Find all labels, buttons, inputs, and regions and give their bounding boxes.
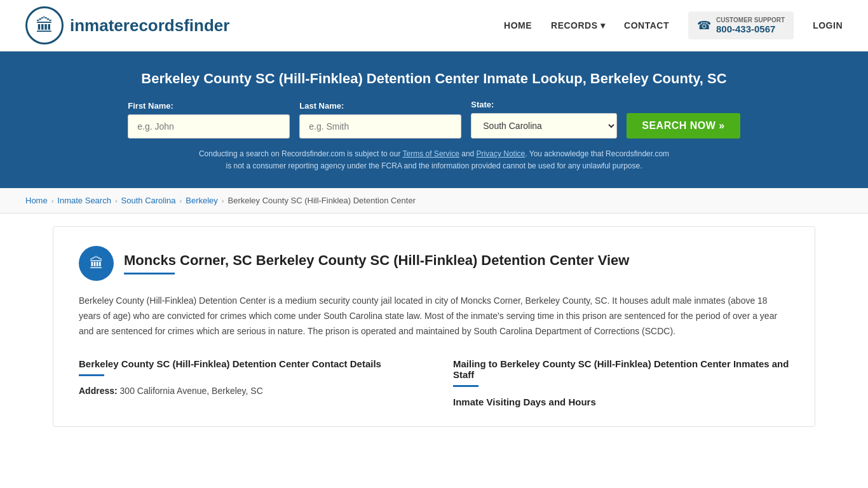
- support-text: CUSTOMER SUPPORT 800-433-0567: [716, 17, 785, 34]
- breadcrumb-current: Berkeley County SC (Hill-Finklea) Detent…: [228, 196, 416, 205]
- breadcrumb-sep-4: ›: [222, 197, 224, 205]
- hero-title: Berkeley County SC (Hill-Finklea) Detent…: [25, 71, 843, 87]
- address-line: Address: 300 California Avenue, Berkeley…: [79, 386, 415, 396]
- facility-description: Berkeley County (Hill-Finklea) Detention…: [79, 294, 789, 339]
- facility-icon: 🏛: [79, 246, 114, 281]
- content-header: 🏛 Moncks Corner, SC Berkeley County SC (…: [79, 246, 789, 281]
- site-header: 🏛 inmaterecordsfinder HOME RECORDS ▾ CON…: [0, 0, 868, 51]
- privacy-link[interactable]: Privacy Notice: [477, 149, 526, 158]
- last-name-group: Last Name:: [299, 101, 461, 139]
- breadcrumb-berkeley[interactable]: Berkeley: [186, 196, 218, 205]
- nav-home[interactable]: HOME: [504, 20, 532, 30]
- address-value: 300 California Avenue, Berkeley, SC: [120, 386, 263, 396]
- main-nav: HOME RECORDS ▾ CONTACT ☎ CUSTOMER SUPPOR…: [504, 11, 843, 39]
- logo-icon-circle: 🏛: [25, 6, 64, 44]
- contact-title: Berkeley County SC (Hill-Finklea) Detent…: [79, 358, 415, 369]
- hero-section: Berkeley County SC (Hill-Finklea) Detent…: [0, 51, 868, 188]
- support-number: 800-433-0567: [716, 24, 785, 34]
- breadcrumb-home[interactable]: Home: [25, 196, 48, 205]
- search-form: First Name: Last Name: State: South Caro…: [25, 100, 843, 139]
- phone-icon: ☎: [697, 18, 711, 32]
- chevron-down-icon: ▾: [600, 20, 606, 30]
- contact-col: Berkeley County SC (Hill-Finklea) Detent…: [79, 358, 415, 407]
- nav-contact[interactable]: CONTACT: [624, 20, 669, 30]
- nav-records[interactable]: RECORDS ▾: [551, 20, 605, 30]
- content-title-block: Moncks Corner, SC Berkeley County SC (Hi…: [124, 252, 629, 274]
- last-name-input[interactable]: [299, 114, 461, 139]
- contact-underline: [79, 374, 104, 376]
- visiting-title: Inmate Visiting Days and Hours: [453, 396, 789, 407]
- breadcrumb: Home › Inmate Search › South Carolina › …: [0, 188, 868, 214]
- logo-text: inmaterecordsfinder: [70, 16, 229, 36]
- support-label: CUSTOMER SUPPORT: [716, 17, 785, 24]
- tos-link[interactable]: Terms of Service: [403, 149, 459, 158]
- main-content: 🏛 Moncks Corner, SC Berkeley County SC (…: [53, 226, 815, 426]
- first-name-group: First Name:: [128, 101, 290, 139]
- disclaimer-text: Conducting a search on Recordsfinder.com…: [196, 148, 672, 172]
- logo-bold: finder: [184, 16, 229, 35]
- state-select[interactable]: South Carolina Alabama California: [471, 113, 617, 139]
- title-underline: [124, 273, 175, 274]
- two-col-section: Berkeley County SC (Hill-Finklea) Detent…: [79, 358, 789, 407]
- first-name-label: First Name:: [128, 101, 173, 111]
- breadcrumb-inmate-search[interactable]: Inmate Search: [57, 196, 111, 205]
- search-button[interactable]: SEARCH NOW »: [627, 113, 740, 139]
- capitol-icon: 🏛: [36, 15, 53, 36]
- mailing-title: Mailing to Berkeley County SC (Hill-Fink…: [453, 358, 789, 380]
- facility-title: Moncks Corner, SC Berkeley County SC (Hi…: [124, 252, 629, 269]
- support-box[interactable]: ☎ CUSTOMER SUPPORT 800-433-0567: [688, 11, 794, 39]
- logo-normal: inmaterecords: [70, 16, 184, 35]
- breadcrumb-south-carolina[interactable]: South Carolina: [121, 196, 176, 205]
- building-icon: 🏛: [90, 255, 104, 272]
- logo-area: 🏛 inmaterecordsfinder: [25, 6, 229, 44]
- mailing-col: Mailing to Berkeley County SC (Hill-Fink…: [453, 358, 789, 407]
- address-label: Address:: [79, 386, 118, 396]
- breadcrumb-sep-2: ›: [115, 197, 118, 205]
- mailing-underline: [453, 385, 478, 387]
- first-name-input[interactable]: [128, 114, 290, 139]
- state-group: State: South Carolina Alabama California: [471, 100, 617, 139]
- state-label: State:: [471, 100, 494, 109]
- last-name-label: Last Name:: [299, 101, 344, 111]
- breadcrumb-sep-1: ›: [51, 197, 54, 205]
- login-button[interactable]: LOGIN: [813, 20, 843, 30]
- breadcrumb-sep-3: ›: [180, 197, 182, 205]
